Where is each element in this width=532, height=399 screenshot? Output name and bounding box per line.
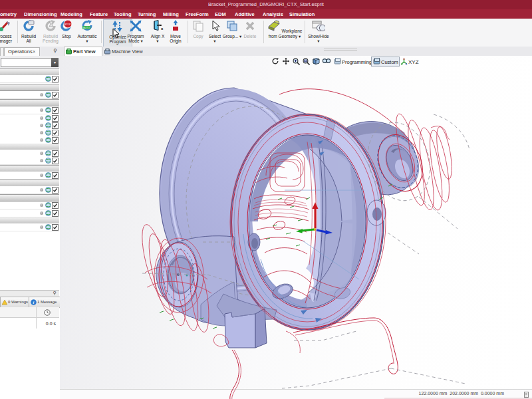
svg-text:i: i [33,300,35,305]
svg-text:AUTO: AUTO [83,27,90,29]
svg-text:x: x [161,27,164,31]
svg-text:STOP: STOP [65,23,71,26]
